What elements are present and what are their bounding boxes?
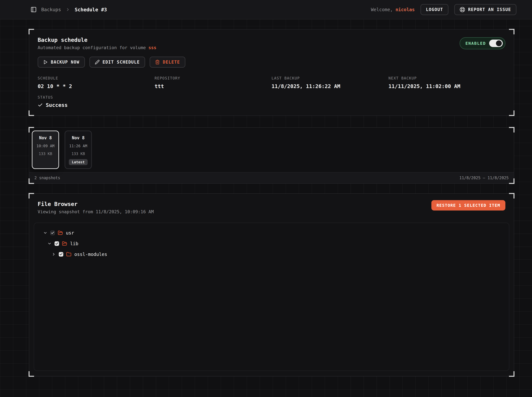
panel-title: Backup schedule xyxy=(38,37,505,43)
snapshot-date: Nov 8 xyxy=(72,135,85,140)
tree-item-name[interactable]: lib xyxy=(70,241,78,246)
chevron-right-icon xyxy=(66,7,70,12)
corner-bracket xyxy=(509,193,514,198)
snapshots-footer: 2 snapshots 11/8/2025 – 11/8/2025 xyxy=(29,172,514,183)
folder-open-icon xyxy=(58,230,63,236)
field-value: 02 10 * * 2 xyxy=(38,83,155,89)
play-icon xyxy=(43,60,48,65)
chevron-down-icon[interactable] xyxy=(47,242,52,246)
corner-bracket xyxy=(29,178,34,184)
schedule-info-grid: SCHEDULE 02 10 * * 2 REPOSITORY ttt LAST… xyxy=(38,76,505,89)
check-icon xyxy=(38,102,43,108)
latest-badge: Latest xyxy=(69,159,88,165)
toggle-knob xyxy=(496,40,502,46)
enabled-label: ENABLED xyxy=(465,41,486,46)
top-bar: Backups Schedule #3 Welcome, nicolas LOG… xyxy=(0,0,532,19)
trash-icon xyxy=(155,60,160,65)
snapshot-card[interactable]: Nov 8 11:26 AM 133 KB Latest xyxy=(65,130,92,169)
snapshot-size: 133 KB xyxy=(39,152,52,156)
panel-left-icon xyxy=(31,6,37,13)
breadcrumb-section[interactable]: Backups xyxy=(41,7,61,12)
folder-open-icon xyxy=(62,241,67,246)
folder-icon xyxy=(66,252,71,257)
checkbox-ossl-modules[interactable] xyxy=(59,252,63,257)
panel-subtitle: Automated backup configuration for volum… xyxy=(38,45,505,50)
topbar-actions: Welcome, nicolas LOGOUT REPORT AN ISSUE xyxy=(371,4,516,15)
corner-bracket xyxy=(29,371,34,377)
status-value: Success xyxy=(38,102,505,108)
corner-bracket xyxy=(509,371,514,377)
tree-row-usr[interactable]: usr xyxy=(38,228,505,238)
field-value: ttt xyxy=(155,83,272,89)
corner-bracket xyxy=(29,29,34,34)
snapshot-date: Nov 8 xyxy=(39,135,52,140)
field-label: SCHEDULE xyxy=(38,76,155,80)
snapshot-size: 133 KB xyxy=(71,152,85,156)
logout-button[interactable]: LOGOUT xyxy=(420,4,448,15)
field-label: NEXT BACKUP xyxy=(388,76,506,80)
corner-bracket xyxy=(509,178,514,184)
username: nicolas xyxy=(395,7,415,12)
sidebar-toggle-button[interactable] xyxy=(31,6,37,13)
snapshots-list: Nov 8 10:09 AM 133 KB Nov 8 11:26 AM 133… xyxy=(29,128,514,172)
field-next-backup: NEXT BACKUP 11/11/2025, 11:02:00 AM xyxy=(388,76,506,89)
checkbox-lib[interactable] xyxy=(55,241,59,246)
snapshot-time: 10:09 AM xyxy=(37,144,55,148)
enabled-toggle[interactable]: ENABLED xyxy=(460,37,505,49)
file-tree: usr lib xyxy=(34,223,509,371)
tree-row-ossl-modules[interactable]: ossl-modules xyxy=(38,249,505,260)
edit-schedule-button[interactable]: EDIT SCHEDULE xyxy=(89,57,145,68)
corner-bracket xyxy=(29,193,34,198)
breadcrumb: Backups Schedule #3 xyxy=(31,6,107,13)
field-label: LAST BACKUP xyxy=(272,76,388,80)
pencil-icon xyxy=(95,60,100,65)
breadcrumb-current: Schedule #3 xyxy=(75,7,107,12)
backup-now-button[interactable]: BACKUP NOW xyxy=(38,57,85,68)
field-repository: REPOSITORY ttt xyxy=(155,76,272,89)
tree-row-lib[interactable]: lib xyxy=(38,238,505,249)
checkbox-usr[interactable] xyxy=(50,231,55,235)
corner-bracket xyxy=(509,127,514,132)
volume-name: sss xyxy=(148,45,157,50)
toggle-track[interactable] xyxy=(489,40,503,47)
backup-schedule-panel: Backup schedule Automated backup configu… xyxy=(29,29,514,116)
corner-bracket xyxy=(29,127,34,132)
chevron-down-icon[interactable] xyxy=(43,231,47,235)
field-status: STATUS Success xyxy=(38,95,505,108)
delete-button[interactable]: DELETE xyxy=(150,57,185,68)
snapshot-date-range: 11/8/2025 – 11/8/2025 xyxy=(459,176,509,180)
field-last-backup: LAST BACKUP 11/8/2025, 11:26:22 AM xyxy=(272,76,388,89)
snapshots-panel: Nov 8 10:09 AM 133 KB Nov 8 11:26 AM 133… xyxy=(29,127,514,184)
field-label: STATUS xyxy=(38,95,505,99)
tree-item-name[interactable]: usr xyxy=(66,230,74,236)
schedule-actions: BACKUP NOW EDIT SCHEDULE DELETE xyxy=(38,57,505,68)
field-value: 11/8/2025, 11:26:22 AM xyxy=(272,83,388,89)
welcome-text: Welcome, nicolas xyxy=(371,7,415,12)
corner-bracket xyxy=(509,29,514,34)
corner-bracket xyxy=(29,111,34,116)
corner-bracket xyxy=(509,111,514,116)
app-root: Backups Schedule #3 Welcome, nicolas LOG… xyxy=(0,0,532,397)
life-buoy-icon xyxy=(460,7,465,12)
snapshot-count: 2 snapshots xyxy=(34,176,60,180)
field-schedule: SCHEDULE 02 10 * * 2 xyxy=(38,76,155,89)
field-label: REPOSITORY xyxy=(155,76,272,80)
file-browser-header: File Browser Viewing snapshot from 11/8/… xyxy=(29,194,514,214)
restore-selected-button[interactable]: RESTORE 1 SELECTED ITEM xyxy=(431,200,505,211)
snapshot-card-selected[interactable]: Nov 8 10:09 AM 133 KB xyxy=(32,130,59,169)
file-browser-panel: File Browser Viewing snapshot from 11/8/… xyxy=(29,193,514,376)
chevron-right-icon[interactable] xyxy=(52,252,56,256)
field-value: 11/11/2025, 11:02:00 AM xyxy=(388,83,506,89)
snapshot-time: 11:26 AM xyxy=(69,144,87,148)
report-issue-button[interactable]: REPORT AN ISSUE xyxy=(454,4,516,15)
tree-item-name[interactable]: ossl-modules xyxy=(74,252,107,257)
